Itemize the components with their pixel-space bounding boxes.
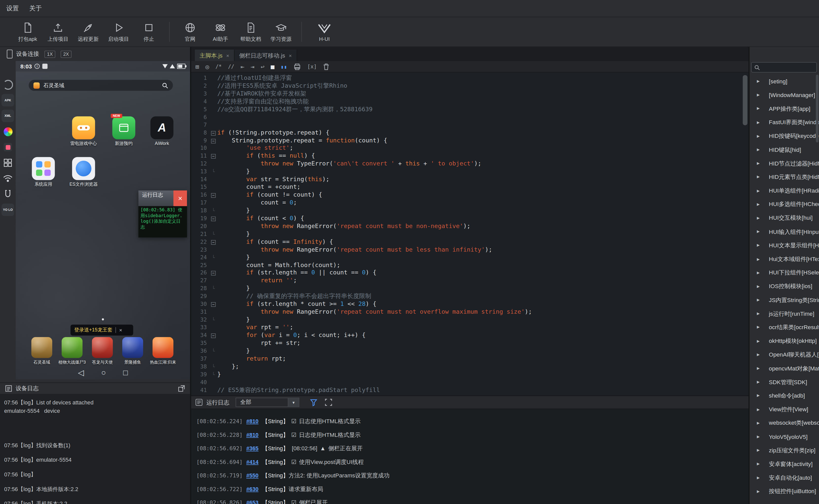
tree-arrow-icon[interactable]: ▶ [757, 448, 764, 452]
fold-marker[interactable]: − [210, 191, 218, 199]
trash-icon[interactable] [323, 63, 330, 70]
fold-marker[interactable]: − [210, 238, 218, 246]
code-line[interactable]: 37 return rpt; [190, 355, 749, 363]
log-id-link[interactable]: #653 [246, 499, 259, 504]
tree-arrow-icon[interactable]: ▶ [757, 476, 764, 480]
fold-collapse-icon[interactable]: − [211, 333, 216, 338]
tree-arrow-icon[interactable]: ▶ [757, 489, 764, 493]
api-tree-item[interactable]: ▶JS内置String类[String] [749, 293, 819, 307]
runlog-filter-dropdown[interactable]: 全部 ▼ [236, 398, 299, 407]
fold-marker[interactable]: − [210, 300, 218, 308]
code-line[interactable]: 23 throw new RangeError('repeat count mu… [190, 246, 749, 253]
code-line[interactable]: 40 [190, 378, 749, 386]
menu-about[interactable]: 关于 [24, 2, 47, 15]
tree-arrow-icon[interactable]: ▶ [757, 435, 764, 439]
tree-arrow-icon[interactable]: ▶ [757, 394, 764, 398]
code-line[interactable]: 6 [190, 113, 749, 121]
app-aiwork[interactable]: A AiWork [147, 116, 176, 146]
api-search-input[interactable] [762, 64, 814, 71]
tab-main-script[interactable]: 主脚本.js × [195, 50, 235, 61]
game-app-3[interactable]: 苍龙与天使 [87, 337, 117, 365]
tab-close-icon[interactable]: × [226, 52, 229, 58]
code-line[interactable]: 3//基于AIWROK软件安卓开发框架 [190, 90, 749, 98]
code-line[interactable]: 27 return ''; [190, 277, 749, 285]
code-line[interactable]: 14 var str = String(this); [190, 175, 749, 183]
login-reward-banner[interactable]: 登录送+15龙王套 × [70, 325, 133, 335]
fold-marker[interactable]: − [210, 137, 218, 144]
code-line[interactable]: 9− String.prototype.repeat = function(co… [190, 137, 749, 144]
editor-scrollbar-thumb[interactable] [743, 75, 748, 125]
tree-arrow-icon[interactable]: ▶ [757, 202, 764, 207]
code-line[interactable]: 5//◎交流QQ群711841924群一，苹果内测群，528816639 [190, 105, 749, 113]
log-id-link[interactable]: #810 [246, 432, 259, 438]
code-line[interactable]: 30− if (str.length * count >= 1 << 28) { [190, 300, 749, 308]
code-line[interactable]: 38└ }; [190, 363, 749, 370]
api-scrollbar[interactable] [816, 74, 818, 502]
api-tree-item[interactable]: ▶HUI多选组件[HCheckbox] [749, 198, 819, 211]
yolo-tool-icon[interactable]: YO LO [2, 203, 14, 216]
fold-collapse-icon[interactable]: − [211, 154, 216, 159]
tree-arrow-icon[interactable]: ▶ [757, 120, 764, 124]
color-picker-icon[interactable] [2, 125, 14, 138]
stop-button[interactable]: 停止 [134, 19, 164, 45]
node-tool-icon[interactable] [2, 141, 14, 153]
fold-collapse-icon[interactable]: − [211, 193, 216, 198]
word-wrap-icon[interactable]: ↩ [261, 63, 265, 70]
fold-marker[interactable]: − [210, 129, 218, 137]
upload-project-button[interactable]: 上传项目 [43, 19, 73, 45]
code-line[interactable]: 18└ } [190, 207, 749, 214]
api-tree-item[interactable]: ▶HUI单选组件[HRadio] [749, 184, 819, 198]
api-tree-item[interactable]: ▶按钮控件[uiButton] [749, 484, 819, 498]
menu-settings[interactable]: 设置 [1, 2, 24, 15]
log-id-link[interactable]: #550 [246, 472, 259, 479]
tree-arrow-icon[interactable]: ▶ [757, 284, 764, 288]
api-tree-item[interactable]: ▶HUI输入组件[HInput] [749, 225, 819, 239]
code-line[interactable]: 25 count = Math.floor(count); [190, 261, 749, 269]
tree-arrow-icon[interactable]: ▶ [757, 107, 764, 111]
app-partial[interactable]: A [187, 116, 190, 139]
app-system-folder[interactable]: 系统应用 [29, 157, 58, 188]
code-editor[interactable]: 1//通过floatUI创建悬浮窗2//适用于ES5系统安卓 JavaScrip… [190, 72, 749, 396]
apk-tool-icon[interactable]: APK [2, 94, 14, 106]
package-apk-button[interactable]: 打包apk [12, 19, 43, 45]
popout-icon[interactable] [178, 385, 185, 392]
fold-marker[interactable]: − [210, 152, 218, 160]
log-id-link[interactable]: #630 [246, 486, 259, 492]
api-tree-item[interactable]: ▶View控件[View] [749, 403, 819, 416]
tree-arrow-icon[interactable]: ▶ [757, 175, 764, 179]
code-line[interactable]: 11− if (this == null) { [190, 152, 749, 160]
spiral-tool-icon[interactable] [2, 78, 14, 91]
api-tree-item[interactable]: ▶websocket类[websocket] [749, 416, 819, 430]
api-tree-item[interactable]: ▶APP操作类[app] [749, 102, 819, 116]
tree-arrow-icon[interactable]: ▶ [757, 407, 764, 411]
zoom-1x-button[interactable]: 1X [44, 50, 55, 58]
code-line[interactable]: 26− if (str.length == 0 || count == 0) { [190, 269, 749, 277]
api-tree-item[interactable]: ▶[WindowManager] [749, 88, 819, 102]
pause-log-icon[interactable]: ▮▮ [281, 63, 287, 70]
code-line[interactable]: 8−if (!String.prototype.repeat) { [190, 129, 749, 137]
code-line[interactable]: 41// ES5兼容的String.prototype.padStart pol… [190, 386, 749, 394]
fold-marker[interactable]: − [210, 269, 218, 277]
filter-icon[interactable] [310, 398, 318, 406]
tree-arrow-icon[interactable]: ▶ [757, 134, 764, 138]
app-leidian-game-center[interactable]: 雷电游戏中心 [69, 116, 98, 147]
tree-arrow-icon[interactable]: ▶ [757, 339, 764, 343]
grid-tool-icon[interactable] [2, 157, 14, 169]
tree-arrow-icon[interactable]: ▶ [757, 93, 764, 97]
tree-arrow-icon[interactable]: ▶ [757, 79, 764, 83]
log-id-link[interactable]: #414 [246, 459, 259, 465]
api-tree-item[interactable]: ▶HID按键码[keycode] [749, 129, 819, 143]
code-line[interactable]: 10 'use strict'; [190, 144, 749, 152]
code-line[interactable]: 4//支持悬浮窗自由定位和拖拽功能 [190, 98, 749, 105]
api-tree-item[interactable]: ▶YoloV5[yoloV5] [749, 430, 819, 444]
api-tree-item[interactable]: ▶opencvMat对象[Mat] [749, 362, 819, 375]
api-tree-item[interactable]: ▶安卓窗体[activity] [749, 457, 819, 471]
code-line[interactable]: 12 throw new TypeError('can\'t convert '… [190, 160, 749, 168]
api-tree-item[interactable]: ▶HID节点过滤器[HidNode] [749, 157, 819, 170]
code-line[interactable]: 7 [190, 121, 749, 129]
api-tree-item[interactable]: ▶OpenAI聊天机器人[openai] [749, 348, 819, 362]
zoom-2x-button[interactable]: 2X [61, 50, 71, 58]
tree-arrow-icon[interactable]: ▶ [757, 298, 764, 302]
fold-collapse-icon[interactable]: − [211, 240, 216, 245]
remote-update-button[interactable]: 远程更新 [73, 19, 103, 45]
